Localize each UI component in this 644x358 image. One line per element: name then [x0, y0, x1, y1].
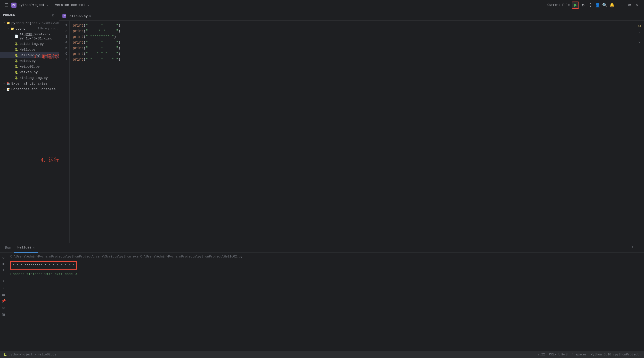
root-arrow-icon: ▾ — [2, 21, 6, 24]
venv-label: .venv — [15, 27, 37, 31]
status-breadcrumb: 🐍 — [3, 353, 7, 357]
sidebar-item-weibo02[interactable]: 🐍 weibo02.py — [0, 64, 59, 69]
sidebar-item-external[interactable]: ▸ 📚 External Libraries — [0, 81, 59, 86]
venv-arrow-icon: ▸ — [6, 27, 10, 30]
sidebar-item-hello[interactable]: 🐍 Hello.py — [0, 47, 59, 52]
hello02-label: Hello02.py — [20, 53, 58, 57]
tab-label: Hello02.py — [68, 14, 88, 18]
xlsx-label: AI_微信_2024-06-07_15-46-31.xlsx — [20, 32, 58, 40]
baidu-label: baidu_img.py — [20, 42, 58, 46]
hello02-tab-label: Hello02 — [17, 246, 31, 249]
scroll-down2-icon[interactable]: ⇓ — [1, 285, 6, 290]
panel-more2-icon[interactable]: ⋮ — [1, 268, 6, 273]
panel-tab-hello02[interactable]: Hello02 ✕ — [14, 243, 38, 253]
xlsx-icon: 📄 — [14, 34, 19, 38]
sidebar-settings-icon[interactable]: ⚙ — [50, 12, 56, 18]
run-button[interactable] — [572, 2, 579, 9]
scroll-down-icon[interactable]: ↓ — [1, 278, 6, 284]
expand-down-icon[interactable]: ⌄ — [637, 38, 642, 44]
folder-icon: 📁 — [6, 21, 10, 25]
py-icon-baidu: 🐍 — [14, 42, 19, 46]
xinlang-label: xinlang_img.py — [20, 76, 58, 80]
pin-icon[interactable]: 📌 — [1, 298, 6, 304]
editor-tab-hello02[interactable]: Py Hello02.py ✕ — [59, 11, 94, 20]
py-icon-weixin: 🐍 — [14, 70, 19, 74]
editor-content[interactable]: 1 2 3 4 5 6 7 print(" * ") print(" * * "… — [59, 21, 635, 243]
sidebar-item-weibo[interactable]: 🐍 weibo.py — [0, 58, 59, 64]
scratches-icon: 📝 — [6, 87, 10, 91]
sidebar-item-baidu[interactable]: 🐍 baidu_img.py — [0, 41, 59, 47]
weixin-label: weixin.py — [20, 70, 58, 74]
console-command: C:\Users\Admin\PycharmProjects\pythonPro… — [10, 254, 641, 259]
panel-more-icon[interactable]: ⋮ — [630, 245, 635, 251]
bottom-panel: Run Hello02 ✕ ⋮ ─ ↺ ■ ⋮ ↓ ⇓ ☰ 📌 ⚙ — [0, 243, 644, 351]
status-right: 7:22 CRLF UTF-8 4 spaces Python 3.10 (py… — [537, 353, 641, 356]
py-icon-hello: 🐍 — [14, 47, 19, 52]
warning-icon[interactable]: ⚠1 — [637, 23, 642, 28]
panel-minimize-icon[interactable]: ─ — [636, 245, 642, 251]
window-controls: ─ ⧉ ✕ — [618, 2, 641, 9]
panel-tab-close-icon[interactable]: ✕ — [33, 246, 35, 249]
ext-libraries-icon: 📚 — [6, 81, 10, 86]
run-triangle-icon — [574, 4, 577, 7]
clear-icon[interactable]: 🗑 — [1, 312, 6, 317]
filter-icon[interactable]: ☰ — [1, 292, 6, 297]
project-title[interactable]: pythonProject — [19, 3, 45, 7]
stop-icon[interactable]: ■ — [1, 261, 6, 267]
root-label: pythonProject — [11, 21, 37, 25]
editor-body: 1 2 3 4 5 6 7 print(" * ") print(" * * "… — [59, 21, 644, 243]
status-bar: 🐍 pythonProject › Hello02.py 7:22 CRLF U… — [0, 351, 644, 358]
root-path: C:\Users\Admin\PycharmPro — [38, 21, 59, 24]
settings2-icon[interactable]: ⚙ — [1, 305, 6, 310]
ext-label: External Libraries — [11, 82, 58, 86]
status-left: 🐍 pythonProject › Hello02.py — [3, 353, 56, 357]
sidebar-item-scratches[interactable]: ▸ 📝 Scratches and Consoles — [0, 86, 59, 92]
notifications-icon[interactable]: 🔔 — [609, 2, 615, 8]
close-button[interactable]: ✕ — [634, 2, 641, 9]
weibo-label: weibo.py — [20, 59, 58, 63]
version-control-label[interactable]: Version control — [55, 3, 85, 7]
status-encoding[interactable]: CRLF UTF-8 — [549, 353, 568, 356]
py-icon-hello02: 🐍 — [14, 53, 19, 57]
project-chevron[interactable]: ▾ — [47, 3, 49, 7]
status-python[interactable]: Python 3.10 (pythonProject) — [591, 353, 641, 356]
top-bar-right: Current File ⚙ ⋮ 👤 🔍 🔔 ─ ⧉ ✕ — [548, 2, 644, 9]
status-indent[interactable]: 4 spaces — [572, 353, 587, 356]
restore-button[interactable]: ⧉ — [626, 2, 633, 9]
expand-up-icon[interactable]: ⌃ — [637, 30, 642, 36]
code-editor[interactable]: print(" * ") print(" * * ") print(" ****… — [70, 21, 635, 243]
hello-label: Hello.py — [20, 48, 58, 52]
status-line-col[interactable]: 7:22 — [537, 353, 545, 356]
sidebar-action-icons: ⚙ — [50, 12, 56, 18]
search-icon[interactable]: 🔍 — [602, 2, 608, 8]
weibo02-label: weibo02.py — [20, 65, 58, 69]
sidebar-item-venv[interactable]: ▸ 📁 .venv library root — [0, 26, 59, 31]
hamburger-menu-icon[interactable]: ☰ — [3, 2, 9, 8]
sidebar-item-xinlang[interactable]: 🐍 xinlang_img.py — [0, 75, 59, 81]
status-project: pythonProject — [9, 353, 33, 356]
vc-chevron[interactable]: ▾ — [87, 3, 89, 7]
account-icon[interactable]: 👤 — [594, 2, 601, 8]
minimize-button[interactable]: ─ — [618, 2, 625, 9]
editor-tabs: Py Hello02.py ✕ — [59, 10, 644, 21]
sidebar-item-hello02[interactable]: 🐍 Hello02.py — [0, 52, 59, 58]
more-options-icon[interactable]: ⋮ — [587, 2, 593, 8]
right-gutter: ⚠1 ⌃ ⌄ — [635, 21, 644, 243]
sidebar-item-xlsx[interactable]: 📄 AI_微信_2024-06-07_15-46-31.xlsx — [0, 31, 59, 41]
panel-tabs-bar: Run Hello02 ✕ ⋮ ─ — [0, 243, 644, 253]
main-area: Project ⚙ ▾ 📁 pythonProject C:\Users\Adm… — [0, 10, 644, 243]
panel-tab-run[interactable]: Run — [2, 243, 14, 253]
tab-close-button[interactable]: ✕ — [89, 14, 91, 18]
rerun-icon[interactable]: ↺ — [1, 255, 6, 260]
sidebar-header: Project ⚙ — [0, 10, 59, 20]
status-sep: › — [34, 353, 36, 356]
app-icon: Py — [11, 3, 17, 8]
sidebar-item-weixin[interactable]: 🐍 weixin.py — [0, 69, 59, 75]
sidebar-item-root[interactable]: ▾ 📁 pythonProject C:\Users\Admin\Pycharm… — [0, 20, 59, 26]
venv-folder-icon: 📁 — [10, 27, 14, 31]
console-exit-msg: Process finished with exit code 0 — [10, 272, 641, 277]
sidebar-title: Project — [3, 13, 17, 17]
settings-icon[interactable]: ⚙ — [580, 2, 586, 8]
py-icon-weibo: 🐍 — [14, 59, 19, 63]
status-file: Hello02.py — [38, 353, 56, 356]
